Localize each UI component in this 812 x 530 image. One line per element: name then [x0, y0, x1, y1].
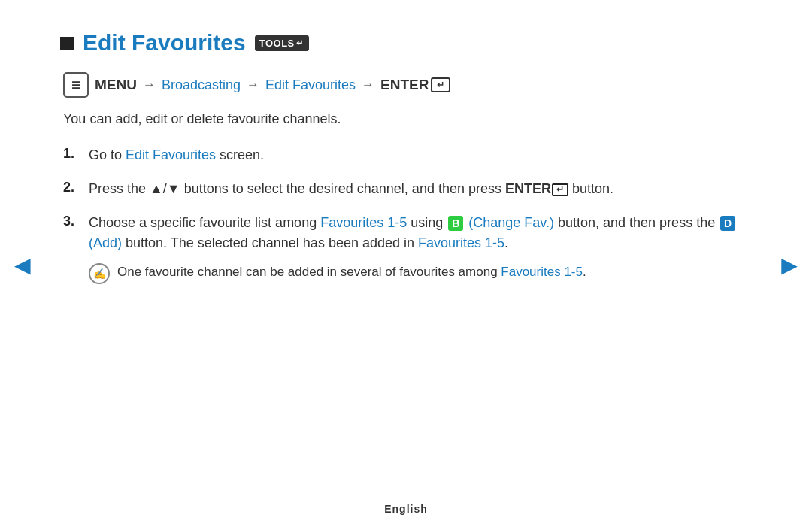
key-d-badge: D	[720, 216, 735, 231]
menu-icon: ☰	[63, 72, 89, 98]
note-row: ✍ One favourite channel can be added in …	[89, 262, 752, 284]
breadcrumb-edit-favourites: Edit Favourites	[265, 77, 356, 93]
tools-arrow-icon: ↵	[296, 38, 304, 48]
step-1: 1. Go to Edit Favourites screen.	[63, 145, 752, 165]
note-content: One favourite channel can be added in se…	[117, 262, 586, 282]
page-title: Edit Favourites	[83, 30, 246, 56]
step-3-favourites-2: Favourites 1-5	[418, 235, 504, 250]
breadcrumb-menu: MENU	[95, 77, 137, 93]
breadcrumb-arrow-2: →	[247, 77, 259, 92]
title-square-icon	[60, 37, 74, 50]
footer-language: English	[384, 503, 428, 515]
enter-key-icon	[431, 77, 450, 92]
description-text: You can add, edit or delete favourite ch…	[60, 111, 752, 127]
step-3-content: Choose a specific favourite list among F…	[89, 213, 752, 284]
step-2: 2. Press the ▲/▼ buttons to select the d…	[63, 179, 752, 199]
breadcrumb-broadcasting: Broadcasting	[162, 77, 241, 93]
step-2-content: Press the ▲/▼ buttons to select the desi…	[89, 179, 614, 199]
tools-label: TOOLS	[259, 38, 295, 49]
step-2-number: 2.	[63, 179, 80, 195]
nav-arrow-left[interactable]: ◄	[9, 250, 36, 281]
note-favourites-link: Favourites 1-5	[501, 265, 583, 279]
step-3-favourites-1: Favourites 1-5	[320, 215, 407, 230]
nav-arrow-right[interactable]: ►	[776, 250, 803, 281]
step-1-text-before: Go to	[89, 147, 126, 162]
tools-badge: TOOLS↵	[255, 35, 310, 51]
breadcrumb-arrow-1: →	[143, 77, 156, 92]
key-b-badge: B	[448, 216, 463, 231]
step-1-link: Edit Favourites	[126, 147, 216, 162]
step-1-text-after: screen.	[216, 147, 264, 162]
steps-list: 1. Go to Edit Favourites screen. 2. Pres…	[60, 145, 752, 284]
step-3-number: 3.	[63, 213, 80, 229]
step-1-number: 1.	[63, 145, 80, 162]
breadcrumb-row: ☰ MENU → Broadcasting → Edit Favourites …	[60, 72, 752, 98]
note-icon: ✍	[89, 263, 110, 284]
step-1-content: Go to Edit Favourites screen.	[89, 145, 264, 165]
breadcrumb-enter: ENTER	[380, 77, 450, 93]
title-row: Edit Favourites TOOLS↵	[60, 30, 752, 56]
step-3-add: (Add)	[89, 235, 122, 250]
step-3-change-fav: (Change Fav.)	[468, 215, 554, 230]
step-3: 3. Choose a specific favourite list amon…	[63, 213, 752, 284]
breadcrumb-arrow-3: →	[362, 77, 374, 92]
page-container: Edit Favourites TOOLS↵ ☰ MENU → Broadcas…	[0, 0, 812, 530]
step-2-enter: ENTER	[505, 181, 568, 196]
